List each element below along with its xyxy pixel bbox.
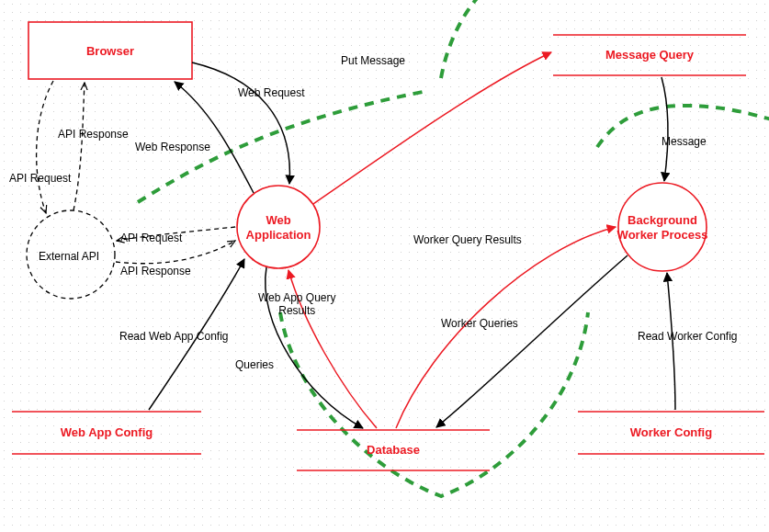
node-database[interactable]: [297, 430, 490, 470]
edge-api-response-app[interactable]: [116, 241, 235, 264]
edge-read-web-app-config[interactable]: [149, 259, 244, 410]
edge-web-app-query-results[interactable]: [288, 270, 377, 428]
node-web-app-config[interactable]: [12, 412, 201, 454]
edge-queries[interactable]: [266, 267, 363, 428]
node-external-api[interactable]: [27, 210, 115, 299]
node-browser[interactable]: [28, 22, 192, 79]
node-background-worker[interactable]: [618, 183, 707, 271]
edge-api-request-app[interactable]: [117, 227, 235, 241]
node-message-query[interactable]: [553, 35, 746, 75]
edge-web-request[interactable]: [192, 62, 289, 184]
edge-message[interactable]: [662, 77, 668, 181]
edge-worker-query-results[interactable]: [396, 227, 616, 428]
edge-read-worker-config[interactable]: [667, 273, 675, 410]
edge-put-message[interactable]: [313, 52, 551, 204]
edge-worker-queries[interactable]: [436, 255, 628, 427]
node-worker-config[interactable]: [578, 412, 764, 454]
edge-api-response-browser[interactable]: [74, 83, 85, 210]
node-web-application[interactable]: [237, 186, 320, 268]
edge-api-request-browser[interactable]: [37, 81, 53, 213]
diagram-canvas[interactable]: [0, 0, 769, 532]
edge-web-response[interactable]: [175, 82, 254, 193]
